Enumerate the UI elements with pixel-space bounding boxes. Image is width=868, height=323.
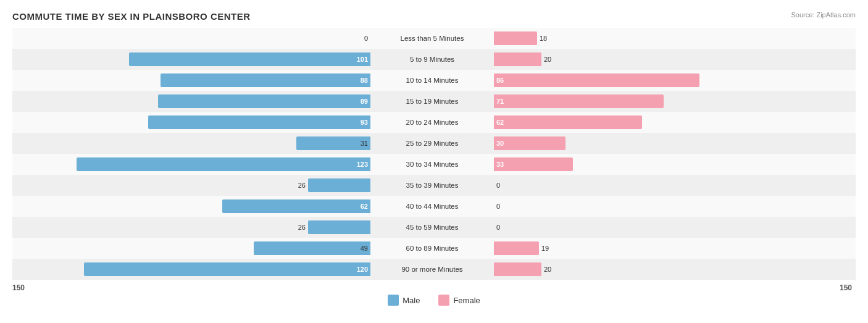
female-bar-container: 19 bbox=[494, 238, 852, 259]
male-bar-container: 0 bbox=[12, 28, 370, 49]
row-label: 35 to 39 Minutes bbox=[370, 182, 494, 189]
table-row: 0Less than 5 Minutes18 bbox=[12, 28, 856, 49]
female-bar-container: 20 bbox=[494, 259, 852, 280]
legend-area: Male Female bbox=[12, 295, 856, 306]
table-row: 1015 to 9 Minutes20 bbox=[12, 49, 856, 70]
male-bar-container: 120 bbox=[12, 259, 370, 280]
male-value: 31 bbox=[361, 140, 368, 147]
female-bar-container: 33 bbox=[494, 154, 852, 175]
axis-right-val: 150 bbox=[840, 283, 852, 292]
male-bar bbox=[84, 262, 370, 276]
axis-area: 150 150 bbox=[12, 283, 856, 292]
female-bar-container: 86 bbox=[494, 70, 852, 91]
female-value: 20 bbox=[544, 266, 551, 273]
female-value: 71 bbox=[496, 98, 504, 105]
male-bar-container: 93 bbox=[12, 112, 370, 133]
table-row: 3125 to 29 Minutes30 bbox=[12, 133, 856, 154]
male-bar bbox=[222, 199, 370, 213]
male-bar bbox=[148, 115, 370, 129]
legend-male: Male bbox=[388, 295, 420, 306]
female-value: 20 bbox=[544, 56, 551, 63]
male-bar-container: 31 bbox=[12, 133, 370, 154]
row-label: 40 to 44 Minutes bbox=[370, 203, 494, 210]
table-row: 12330 to 34 Minutes33 bbox=[12, 154, 856, 175]
axis-left-val: 150 bbox=[12, 283, 25, 292]
table-row: 6240 to 44 Minutes0 bbox=[12, 196, 856, 217]
male-value: 93 bbox=[361, 119, 368, 126]
male-value: 49 bbox=[361, 245, 368, 252]
male-bar-container: 101 bbox=[12, 49, 370, 70]
female-bar bbox=[494, 73, 699, 87]
row-label: 20 to 24 Minutes bbox=[370, 119, 494, 126]
male-bar-container: 88 bbox=[12, 70, 370, 91]
female-value: 18 bbox=[540, 35, 547, 42]
male-bar bbox=[308, 178, 370, 192]
row-label: 60 to 89 Minutes bbox=[370, 245, 494, 252]
row-label: 45 to 59 Minutes bbox=[370, 224, 494, 231]
table-row: 8810 to 14 Minutes86 bbox=[12, 70, 856, 91]
source-text: Source: ZipAtlas.com bbox=[791, 11, 856, 19]
male-value: 89 bbox=[361, 98, 368, 105]
female-bar-container: 0 bbox=[494, 217, 852, 238]
male-value: 26 bbox=[298, 182, 306, 189]
male-value: 62 bbox=[361, 203, 368, 210]
female-bar bbox=[494, 157, 573, 171]
male-bar-container: 26 bbox=[12, 175, 370, 196]
female-bar bbox=[494, 31, 537, 45]
female-bar-container: 0 bbox=[494, 175, 852, 196]
female-bar-container: 20 bbox=[494, 49, 852, 70]
row-label: 25 to 29 Minutes bbox=[370, 140, 494, 147]
female-value: 0 bbox=[496, 224, 500, 231]
female-bar bbox=[494, 94, 664, 108]
male-bar bbox=[158, 94, 370, 108]
female-value: 0 bbox=[496, 182, 500, 189]
female-bar-container: 71 bbox=[494, 91, 852, 112]
male-value: 120 bbox=[357, 266, 368, 273]
male-bar-container: 26 bbox=[12, 217, 370, 238]
female-bar bbox=[494, 262, 541, 276]
male-bar bbox=[77, 157, 370, 171]
female-bar-container: 62 bbox=[494, 112, 852, 133]
female-bar-container: 18 bbox=[494, 28, 852, 49]
male-bar-container: 89 bbox=[12, 91, 370, 112]
chart-title: COMMUTE TIME BY SEX IN PLAINSBORO CENTER bbox=[12, 11, 856, 22]
female-bar bbox=[494, 136, 565, 150]
female-value: 33 bbox=[496, 161, 504, 168]
male-label: Male bbox=[403, 296, 420, 305]
row-label: 90 or more Minutes bbox=[370, 266, 494, 273]
male-bar bbox=[161, 73, 370, 87]
male-swatch bbox=[388, 295, 399, 306]
female-label: Female bbox=[453, 296, 480, 305]
female-bar bbox=[494, 115, 642, 129]
male-bar bbox=[308, 220, 370, 234]
female-bar bbox=[494, 241, 539, 255]
male-bar-container: 49 bbox=[12, 238, 370, 259]
female-value: 30 bbox=[496, 140, 504, 147]
row-label: 15 to 19 Minutes bbox=[370, 98, 494, 105]
male-bar bbox=[129, 52, 370, 66]
male-value: 88 bbox=[361, 77, 368, 84]
male-bar bbox=[254, 241, 370, 255]
female-bar bbox=[494, 52, 541, 66]
female-value: 0 bbox=[496, 203, 500, 210]
male-value: 26 bbox=[298, 224, 306, 231]
male-bar-container: 62 bbox=[12, 196, 370, 217]
female-value: 62 bbox=[496, 119, 504, 126]
row-label: 30 to 34 Minutes bbox=[370, 161, 494, 168]
legend-female: Female bbox=[438, 295, 480, 306]
row-label: 5 to 9 Minutes bbox=[370, 56, 494, 63]
female-swatch bbox=[438, 295, 449, 306]
male-bar-container: 123 bbox=[12, 154, 370, 175]
bars-area: 0Less than 5 Minutes181015 to 9 Minutes2… bbox=[12, 28, 856, 280]
female-value: 19 bbox=[541, 245, 549, 252]
row-label: Less than 5 Minutes bbox=[370, 35, 494, 42]
female-bar-container: 0 bbox=[494, 196, 852, 217]
female-bar-container: 30 bbox=[494, 133, 852, 154]
male-bar bbox=[296, 136, 370, 150]
row-label: 10 to 14 Minutes bbox=[370, 77, 494, 84]
table-row: 8915 to 19 Minutes71 bbox=[12, 91, 856, 112]
male-value: 123 bbox=[357, 161, 368, 168]
female-value: 86 bbox=[496, 77, 504, 84]
table-row: 2645 to 59 Minutes0 bbox=[12, 217, 856, 238]
table-row: 4960 to 89 Minutes19 bbox=[12, 238, 856, 259]
